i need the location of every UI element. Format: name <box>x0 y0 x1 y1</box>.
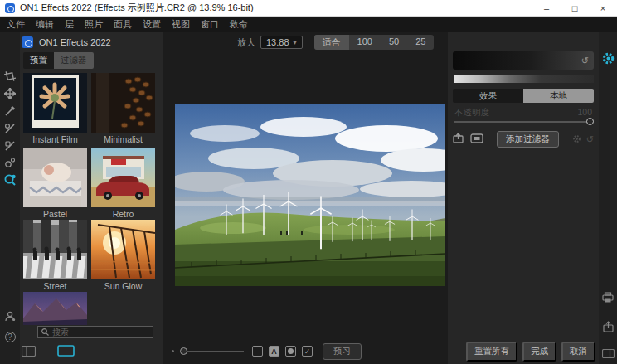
masking-gradient-box[interactable]: ↺ <box>453 51 594 70</box>
tab-local[interactable]: 本地 <box>523 89 594 103</box>
preset-panel: ON1 Effects 2022 预置 过滤器 <box>20 32 163 364</box>
view-zoom-tool-icon[interactable] <box>3 173 17 187</box>
preset-thumbnail <box>91 73 155 133</box>
preset-label: Retro <box>91 209 155 219</box>
cancel-button[interactable]: 取消 <box>561 342 595 362</box>
menu-bar: 文件 编辑 层 照片 面具 设置 视图 窗口 救命 <box>0 17 617 32</box>
preset-thumbnail <box>23 292 87 325</box>
masking-brush-icon[interactable] <box>3 122 17 135</box>
compare-dot-icon <box>172 350 174 352</box>
paint-tool-icon[interactable] <box>3 104 17 118</box>
preset-pastel[interactable]: Pastel <box>23 148 87 219</box>
search-input[interactable] <box>52 328 143 337</box>
blemish-tool-icon[interactable] <box>3 156 17 169</box>
fit-button[interactable]: 适合 <box>314 35 349 50</box>
tab-effects[interactable]: 效果 <box>453 89 523 103</box>
preset-instant-film[interactable]: Instant Film <box>23 73 87 144</box>
search-icon <box>41 328 49 336</box>
opacity-slider-knob[interactable] <box>586 118 594 125</box>
move-tool-icon[interactable] <box>3 87 17 100</box>
zoom-toolbar: 放大 13.88 ▾ 适合 100 50 25 <box>237 35 434 50</box>
preset-label: Pastel <box>23 209 87 219</box>
on1-logo-icon <box>22 36 33 48</box>
effects-panel: ↺ 效果 本地 不透明度 100 添加过滤器 <box>448 32 599 364</box>
opacity-value: 100 <box>577 107 592 119</box>
preview-button[interactable]: 预习 <box>323 343 362 360</box>
mask-view-icon[interactable] <box>470 132 483 147</box>
preset-sun-glow[interactable]: Sun Glow <box>91 220 155 291</box>
preset-street[interactable]: Street <box>23 220 87 291</box>
bottom-bar: A ✓ 预习 重置所有 完成 取消 <box>163 338 617 364</box>
softproof-icon[interactable] <box>252 346 263 357</box>
menu-layer[interactable]: 层 <box>65 18 74 31</box>
filter-reset-icon[interactable]: ↺ <box>586 134 594 145</box>
tool-column: ? <box>0 32 20 364</box>
menu-photo[interactable]: 照片 <box>85 18 103 31</box>
export-icon[interactable] <box>601 320 615 333</box>
zoom-value: 13.88 <box>266 37 289 47</box>
titlebar: ON1 Effects 2022 (Effects 示例照片.CR2 @ 13.… <box>0 0 617 17</box>
zoom-100-button[interactable]: 100 <box>349 35 381 50</box>
opacity-slider[interactable] <box>454 121 592 123</box>
close-button[interactable]: × <box>589 0 617 17</box>
chevron-down-icon: ▾ <box>294 39 297 46</box>
menu-edit[interactable]: 编辑 <box>36 18 54 31</box>
compare-slider-track[interactable] <box>187 351 244 352</box>
preset-thumbnail <box>23 73 87 133</box>
zoom-select[interactable]: 13.88 ▾ <box>260 36 303 49</box>
printer-icon[interactable] <box>601 290 615 303</box>
opacity-label: 不透明度 <box>454 107 489 119</box>
thumbnail-view-icon[interactable] <box>57 345 75 360</box>
preset-retro[interactable]: Retro <box>91 148 155 219</box>
menu-window[interactable]: 窗口 <box>201 18 219 31</box>
preset-label: Instant Film <box>23 134 87 144</box>
preset-minimalist[interactable]: Minimalist <box>91 73 155 144</box>
reset-all-button[interactable]: 重置所有 <box>466 342 517 362</box>
zoom-50-button[interactable]: 50 <box>381 35 407 50</box>
photo-preview[interactable] <box>175 104 445 286</box>
preset-thumbnail <box>91 148 155 207</box>
compare-slider-knob[interactable] <box>180 347 187 355</box>
zoom-label: 放大 <box>237 36 255 49</box>
tab-filters[interactable]: 过滤器 <box>54 52 94 69</box>
menu-mask[interactable]: 面具 <box>114 18 132 31</box>
effects-module-icon[interactable] <box>601 51 615 65</box>
masking-bug-icon[interactable] <box>3 139 17 153</box>
zoom-25-button[interactable]: 25 <box>407 35 434 50</box>
preset-thumbnail <box>91 220 155 279</box>
preset-thumbnail <box>23 148 87 207</box>
preset-thumbnail <box>23 220 87 279</box>
maximize-button[interactable]: □ <box>561 0 589 17</box>
preset-tabs: 预置 过滤器 <box>23 52 94 69</box>
preview-check-icon[interactable]: ✓ <box>302 346 313 357</box>
save-preset-icon[interactable] <box>453 132 464 147</box>
add-filter-button[interactable]: 添加过滤器 <box>497 131 559 148</box>
window-title: ON1 Effects 2022 (Effects 示例照片.CR2 @ 13.… <box>20 2 254 14</box>
menu-help[interactable]: 救命 <box>230 18 248 31</box>
panel-title: ON1 Effects 2022 <box>39 37 111 47</box>
text-overlay-icon[interactable]: A <box>269 346 279 357</box>
gear-icon[interactable] <box>572 134 581 145</box>
preset-mountain[interactable] <box>23 292 87 325</box>
menu-settings[interactable]: 设置 <box>143 18 161 31</box>
preset-label: Street <box>23 281 87 291</box>
luminosity-gradient-bar <box>454 75 594 83</box>
effects-local-tabs: 效果 本地 <box>453 89 594 103</box>
menu-view[interactable]: 视图 <box>172 18 190 31</box>
zoom-presets: 适合 100 50 25 <box>314 35 435 50</box>
preset-label: Sun Glow <box>91 281 155 291</box>
app-icon <box>5 3 15 13</box>
filmstrip-view-icon[interactable] <box>22 345 36 360</box>
minimize-button[interactable]: – <box>532 0 561 17</box>
crop-tool-icon[interactable] <box>3 70 17 83</box>
app-window: ON1 Effects 2022 (Effects 示例照片.CR2 @ 13.… <box>0 0 617 364</box>
menu-file[interactable]: 文件 <box>7 18 25 31</box>
help-icon[interactable]: ? <box>3 330 17 343</box>
mask-preview-icon[interactable] <box>285 346 296 357</box>
done-button[interactable]: 完成 <box>522 342 556 362</box>
search-box <box>37 326 153 338</box>
reset-icon[interactable]: ↺ <box>581 56 589 66</box>
account-icon[interactable] <box>3 309 17 323</box>
tab-presets[interactable]: 预置 <box>23 52 54 69</box>
preset-label: Minimalist <box>91 134 155 144</box>
